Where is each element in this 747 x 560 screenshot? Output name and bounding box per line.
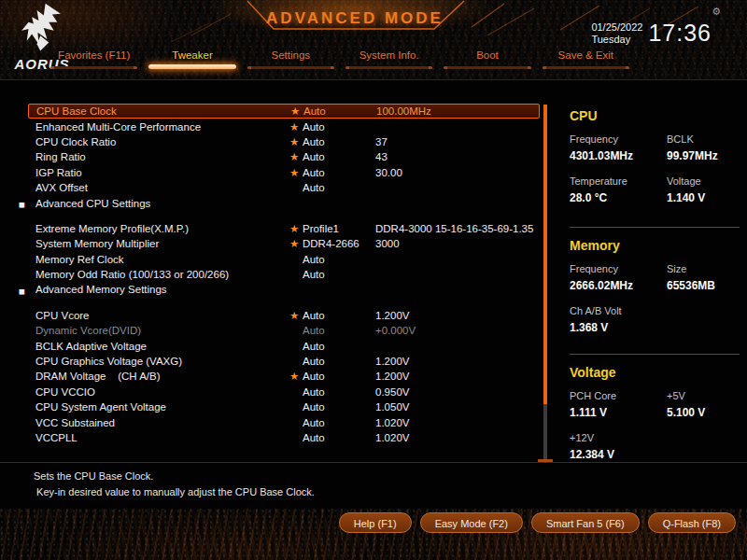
monitor-label: +5V <box>667 390 740 401</box>
setting-row[interactable]: Extreme Memory Profile(X.M.P.)★Profile1D… <box>28 221 540 236</box>
setting-label: Memory Odd Ratio (100/133 or 200/266) <box>35 269 289 280</box>
setting-value: Auto <box>303 417 375 428</box>
help-line2: Key-in desired value to manually adjust … <box>34 486 315 497</box>
setting-value: Auto <box>303 136 375 147</box>
setting-row[interactable]: VCC SubstainedAuto1.020V <box>28 414 540 429</box>
row-spacer <box>28 211 540 221</box>
tab-underline <box>50 66 137 69</box>
setting-row[interactable]: CPU Base Clock★Auto100.00MHz <box>28 104 540 119</box>
bios-advanced-mode-screen: ADVANCED MODE AORUS 01/25/2022 Tuesday 1… <box>0 0 747 560</box>
tab-label: Tweaker <box>143 49 241 61</box>
setting-label: Dynamic Vcore(DVID) <box>35 325 289 336</box>
setting-label: Extreme Memory Profile(X.M.P.) <box>35 223 289 234</box>
setting-label: BCLK Adaptive Voltage <box>35 341 289 352</box>
monitor-reading: Size65536MB <box>667 263 740 292</box>
setting-label: Advanced Memory Settings <box>35 284 289 295</box>
monitor-value: 1.111 V <box>570 406 667 419</box>
setting-label: Memory Ref Clock <box>35 254 289 265</box>
gear-icon[interactable]: ⚙ <box>712 6 721 18</box>
setting-row[interactable]: ■Advanced Memory Settings <box>28 282 540 297</box>
setting-row[interactable]: CPU System Agent VoltageAuto1.050V <box>28 399 540 414</box>
setting-row[interactable]: CPU Graphics Voltage (VAXG)Auto1.200V <box>28 354 540 369</box>
tab-system-info[interactable]: System Info. <box>340 49 438 69</box>
sidebar-section-grid: Frequency2666.02MHzSize65536MBCh A/B Vol… <box>570 263 740 334</box>
monitor-label: PCH Core <box>570 390 667 401</box>
help-button[interactable]: Help (F1) <box>339 512 412 533</box>
cpu-monitor-panel: CPUFrequency4301.03MHzBCLK99.97MHzTemper… <box>570 108 740 228</box>
sidebar-section-title: CPU <box>570 108 740 123</box>
setting-label: CPU System Agent Voltage <box>35 401 289 413</box>
setting-value: Auto <box>303 105 376 117</box>
setting-label: CPU VCCIO <box>35 386 289 398</box>
setting-value: Auto <box>303 167 375 178</box>
setting-label: CPU Vcore <box>35 310 289 321</box>
monitor-label: Temperature <box>570 175 667 187</box>
setting-row[interactable]: Dynamic Vcore(DVID)Auto+0.000V <box>28 323 540 338</box>
setting-value: Auto <box>303 341 375 352</box>
setting-value: DDR4-2666 <box>303 238 375 249</box>
setting-extra-value: 30.00 <box>375 167 540 178</box>
setting-row[interactable]: ■Advanced CPU Settings <box>28 195 540 210</box>
setting-label: DRAM Voltage (CH A/B) <box>35 371 289 382</box>
tab-boot[interactable]: Boot <box>438 49 536 69</box>
setting-label: System Memory Multiplier <box>35 238 289 249</box>
smart-fan-button[interactable]: Smart Fan 5 (F6) <box>531 512 640 533</box>
setting-value: Auto <box>303 269 375 280</box>
q-flash-button[interactable]: Q-Flash (F8) <box>648 512 736 533</box>
setting-row[interactable]: Memory Odd Ratio (100/133 or 200/266)Aut… <box>28 267 540 282</box>
weekday-label: Tuesday <box>591 34 642 46</box>
tab-underline <box>543 66 629 69</box>
settings-list: CPU Base Clock★Auto100.00MHzEnhanced Mul… <box>28 104 540 445</box>
favorite-star-icon: ★ <box>289 309 303 322</box>
setting-row[interactable]: BCLK Adaptive VoltageAuto <box>28 338 540 353</box>
setting-row[interactable]: CPU VCCIOAuto0.950V <box>28 385 540 399</box>
tab-save-exit[interactable]: Save & Exit <box>537 49 635 69</box>
monitor-value: 99.97MHz <box>667 149 740 162</box>
setting-row[interactable]: Ring Ratio★Auto43 <box>28 149 540 164</box>
tab-bar: Favorites (F11)TweakerSettingsSystem Inf… <box>45 49 635 69</box>
setting-row[interactable]: Enhanced Multi-Core Performance★Auto <box>28 119 540 133</box>
sidebar-section-grid: Frequency4301.03MHzBCLK99.97MHzTemperatu… <box>570 133 740 204</box>
sidebar-section-title: Memory <box>570 238 740 253</box>
setting-extra-value: 100.00MHz <box>376 105 539 117</box>
monitor-label: Voltage <box>667 175 740 187</box>
hardware-monitor-sidebar: CPUFrequency4301.03MHzBCLK99.97MHzTemper… <box>570 108 740 461</box>
setting-extra-value: 1.050V <box>375 401 540 413</box>
tab-favorites[interactable]: Favorites (F11) <box>45 49 143 69</box>
setting-row[interactable]: IGP Ratio★Auto30.00 <box>28 165 540 180</box>
monitor-reading: Ch A/B Volt1.368 V <box>570 305 667 334</box>
tab-label: Favorites (F11) <box>45 49 143 61</box>
setting-row[interactable]: AVX OffsetAuto <box>28 180 540 195</box>
setting-value: Auto <box>303 254 375 265</box>
tab-underline <box>345 66 432 69</box>
monitor-label: +12V <box>570 432 667 443</box>
monitor-reading: BCLK99.97MHz <box>667 133 740 162</box>
sidebar-section-title: Voltage <box>570 365 740 380</box>
tab-label: Save & Exit <box>537 49 635 61</box>
setting-row[interactable]: DRAM Voltage (CH A/B)★Auto1.200V <box>28 369 540 384</box>
setting-label: IGP Ratio <box>35 167 289 178</box>
scrollbar-thumb[interactable] <box>543 105 547 404</box>
setting-row[interactable]: Memory Ref ClockAuto <box>28 252 540 267</box>
favorite-star-icon: ★ <box>289 370 303 383</box>
list-scrollbar[interactable] <box>543 105 547 463</box>
setting-value: Auto <box>303 121 375 133</box>
monitor-reading: +5V5.100 V <box>667 390 740 419</box>
help-divider <box>0 462 747 463</box>
monitor-value: 12.384 V <box>570 448 667 461</box>
favorite-star-icon: ★ <box>289 120 303 133</box>
setting-row[interactable]: CPU Vcore★Auto1.200V <box>28 308 540 323</box>
setting-row[interactable]: VCCPLLAuto1.020V <box>28 430 540 445</box>
tab-settings[interactable]: Settings <box>242 49 340 69</box>
row-spacer <box>28 298 540 308</box>
setting-extra-value: 37 <box>375 136 540 147</box>
tab-tweaker[interactable]: Tweaker <box>143 49 241 69</box>
datetime-display[interactable]: 01/25/2022 Tuesday 17:36 <box>591 20 712 47</box>
setting-row[interactable]: System Memory Multiplier★DDR4-26663000 <box>28 236 540 251</box>
footer-buttons: Help (F1)Easy Mode (F2)Smart Fan 5 (F6)Q… <box>339 512 736 533</box>
setting-row[interactable]: CPU Clock Ratio★Auto37 <box>28 134 540 149</box>
monitor-value: 65536MB <box>667 279 740 292</box>
easy-mode-button[interactable]: Easy Mode (F2) <box>420 512 523 533</box>
setting-label: CPU Clock Ratio <box>35 136 289 147</box>
tab-underline <box>444 66 530 69</box>
